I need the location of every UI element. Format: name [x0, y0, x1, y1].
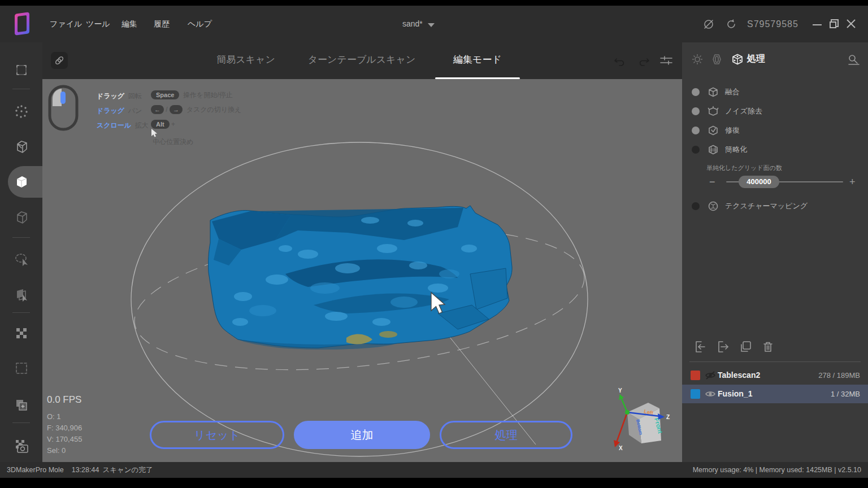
arrow-left-key-pill: ←	[151, 105, 164, 114]
layer-row-tablescan2[interactable]: Tablescan2 278 / 189MB	[682, 366, 868, 385]
texture-radio[interactable]	[692, 202, 700, 210]
layer-meta: 278 / 189MB	[818, 366, 860, 385]
layer-toolbar	[682, 338, 868, 355]
close-button[interactable]	[845, 18, 857, 30]
option-texture-mapping[interactable]: テクスチャーマッピング	[682, 198, 868, 215]
repair-label: 修復	[725, 122, 740, 139]
gizmo-axis-y: Y	[618, 387, 622, 394]
fusion-label: 融合	[725, 84, 740, 101]
project-dropdown-icon[interactable]	[428, 23, 435, 27]
menu-edit[interactable]: 編集	[121, 6, 137, 42]
option-repair[interactable]: 修復	[682, 122, 868, 139]
left-toolbar	[0, 42, 42, 462]
visibility-on-icon[interactable]	[705, 390, 716, 398]
scene-render	[42, 79, 682, 462]
help-key-drag2: ドラッグ	[97, 107, 124, 115]
help-action-switch-task: タスクの切り換え	[186, 106, 242, 114]
compare-icon[interactable]	[710, 53, 724, 66]
layer-meta: 1 / 32MB	[831, 385, 860, 403]
brightness-icon[interactable]	[691, 53, 704, 66]
divider	[12, 312, 30, 313]
layer-name: Fusion_1	[718, 385, 752, 403]
cursor-glyph-icon	[151, 129, 158, 137]
import-icon[interactable]	[693, 339, 708, 354]
texture-mapping-label: テクスチャーマッピング	[725, 198, 808, 215]
refresh-icon[interactable]	[725, 18, 737, 30]
device-link-button[interactable]	[51, 52, 68, 69]
menu-file[interactable]: ファイル	[50, 6, 82, 42]
minimize-button[interactable]	[811, 18, 823, 30]
plus-separator: +	[171, 120, 175, 128]
statusbar: 3DMakerPro Mole13:28:44スキャンの完了 Memory us…	[0, 462, 868, 478]
process-button[interactable]: 処理	[440, 421, 572, 449]
scan-mesh[interactable]	[209, 206, 512, 350]
slash-separator: /	[166, 106, 167, 114]
divider	[12, 237, 30, 238]
gizmo-axis-z: Z	[666, 414, 670, 420]
titlebar: ファイル ツール 編集 履歴 ヘルプ sand* S79579585	[0, 6, 868, 42]
unit-scale-icon[interactable]	[847, 54, 861, 66]
tool-fit-view[interactable]	[0, 56, 42, 84]
status-time: 13:28:44	[72, 466, 99, 474]
option-simplify[interactable]: 簡略化	[682, 141, 868, 158]
delete-icon[interactable]	[761, 339, 775, 354]
process-cube-icon[interactable]	[731, 53, 744, 66]
process-panel: 処理 融合 ノイズ除去 修復	[682, 42, 868, 462]
tab-turntable-scan[interactable]: ターンテーブルスキャン	[308, 42, 416, 79]
tool-plane-select[interactable]	[0, 281, 42, 309]
help-key-scroll: スクロール	[97, 121, 131, 129]
mouse-icon	[48, 85, 79, 131]
tool-snapshot[interactable]	[0, 432, 42, 460]
slider-minus-button[interactable]: −	[709, 174, 715, 190]
layer-name: Tablescan2	[718, 366, 760, 385]
display-settings-icon[interactable]	[658, 53, 674, 69]
tool-selection-region[interactable]	[0, 354, 42, 382]
reset-button[interactable]: リセット	[150, 421, 284, 449]
menu-help[interactable]: ヘルプ	[188, 6, 212, 42]
tool-lasso-select[interactable]	[0, 246, 42, 274]
panel-header: 処理	[682, 42, 868, 75]
tool-mesh-wireframe[interactable]	[0, 133, 42, 161]
add-button[interactable]: 追加	[294, 421, 430, 449]
orientation-gizmo[interactable]: Left Front Bottom Y Z X	[610, 387, 672, 455]
menu-tools[interactable]: ツール	[86, 6, 110, 42]
tool-point-cloud[interactable]	[0, 97, 42, 125]
status-message: スキャンの完了	[102, 466, 153, 474]
maximize-button[interactable]	[828, 18, 840, 30]
tool-mesh-solid-active[interactable]	[0, 168, 42, 196]
mode-tabbar: 簡易スキャン ターンテーブルスキャン 編集モード	[42, 42, 682, 79]
fps-value: 0.0 FPS	[47, 394, 82, 406]
redo-icon[interactable]	[636, 53, 652, 69]
visibility-off-icon[interactable]	[705, 371, 716, 380]
repair-radio[interactable]	[692, 127, 700, 134]
help-action-rotate: 回転	[128, 92, 142, 100]
layer-color-swatch[interactable]	[691, 389, 700, 399]
tool-texture-view[interactable]	[0, 319, 42, 347]
slider-value-pill[interactable]: 400000	[739, 176, 779, 188]
planet-icon[interactable]	[702, 18, 715, 30]
tool-mesh-secondary[interactable]	[0, 203, 42, 232]
fusion-radio[interactable]	[692, 88, 700, 96]
simplify-radio[interactable]	[692, 146, 700, 154]
tab-easy-scan[interactable]: 簡易スキャン	[216, 42, 275, 79]
option-fusion[interactable]: 融合	[682, 84, 868, 101]
noise-radio[interactable]	[692, 107, 700, 115]
arrow-right-key-pill: →	[170, 105, 183, 114]
tool-add-to-project[interactable]	[0, 391, 42, 419]
help-key-drag: ドラッグ	[97, 92, 124, 100]
app-logo-icon	[15, 12, 29, 36]
undo-icon[interactable]	[612, 53, 628, 69]
scan-3d-canvas[interactable]: ドラッグ 回転 ドラッグ パン スクロール 拡大・縮小 Space 操作を開始/…	[42, 79, 682, 462]
layer-color-swatch[interactable]	[691, 371, 700, 380]
project-name[interactable]: sand*	[402, 6, 423, 42]
duplicate-icon[interactable]	[738, 339, 753, 354]
export-icon[interactable]	[716, 339, 731, 354]
divider	[12, 422, 30, 423]
option-noise-removal[interactable]: ノイズ除去	[682, 103, 868, 120]
divider	[689, 361, 861, 362]
menu-history[interactable]: 履歴	[154, 6, 170, 42]
tab-edit-mode[interactable]: 編集モード	[453, 42, 502, 79]
alt-key-pill: Alt	[151, 120, 170, 129]
layer-row-fusion1[interactable]: Fusion_1 1 / 32MB	[682, 385, 868, 403]
slider-plus-button[interactable]: +	[849, 174, 856, 190]
